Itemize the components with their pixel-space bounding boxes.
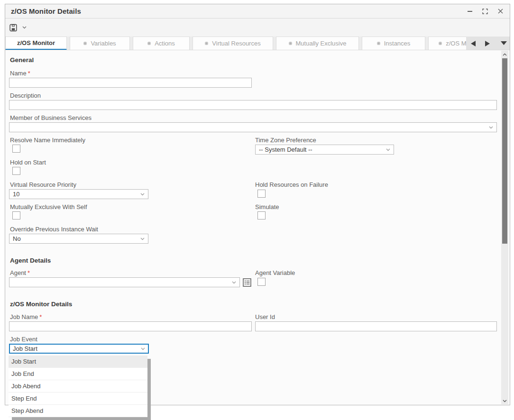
tab-label: z/OS Monitor	[17, 39, 55, 46]
zos-monitor-details-window: z/OS Monitor Details	[5, 4, 510, 405]
mutually-exclusive-with-self-checkbox[interactable]	[12, 211, 20, 219]
save-icon	[9, 24, 17, 32]
triangle-down-icon	[501, 41, 507, 45]
name-input[interactable]	[9, 78, 252, 88]
tab-label: Mutually Exclusive	[296, 40, 347, 47]
tab-mutually-exclusive[interactable]: Mutually Exclusive	[276, 37, 359, 50]
triangle-left-icon	[471, 41, 476, 46]
chevron-down-icon	[503, 400, 507, 402]
dropdown-option-job-end[interactable]: Job End	[9, 368, 147, 380]
chevron-down-icon	[140, 237, 145, 240]
screen: z/OS Monitor Details	[0, 0, 514, 420]
tab-status-dot-icon	[439, 42, 442, 45]
tab-actions[interactable]: Actions	[133, 37, 190, 50]
dropdown-option-job-start[interactable]: Job Start	[9, 356, 147, 368]
description-input[interactable]	[9, 100, 497, 110]
window-title: z/OS Monitor Details	[11, 7, 81, 15]
override-previous-instance-wait-combobox[interactable]: No	[9, 234, 148, 244]
triangle-right-icon	[485, 41, 490, 46]
tab-scroll-right-button[interactable]	[480, 41, 495, 46]
chevron-up-icon	[503, 53, 507, 56]
resolve-name-immediately-label: Resolve Name Immediately	[10, 137, 85, 144]
tab-label: Instances	[384, 40, 411, 47]
agent-browse-button[interactable]	[243, 278, 251, 287]
title-bar: z/OS Monitor Details	[5, 4, 510, 18]
job-name-input[interactable]	[9, 321, 252, 331]
maximize-button[interactable]	[481, 8, 489, 15]
agent-combobox[interactable]	[9, 277, 240, 287]
virtual-resource-priority-combobox[interactable]: 10	[9, 189, 148, 199]
job-event-dropdown-list: Job Start Job End Job Abend Step End Ste…	[9, 356, 147, 417]
hold-resources-on-failure-checkbox[interactable]	[257, 190, 266, 198]
section-zos-monitor-details: z/OS Monitor Details	[10, 301, 72, 308]
resolve-name-immediately-checkbox[interactable]	[12, 145, 20, 153]
user-id-input[interactable]	[255, 321, 497, 331]
maximize-icon	[482, 9, 488, 14]
chevron-down-icon	[141, 347, 145, 350]
chevron-down-icon	[232, 281, 236, 284]
time-zone-preference-label: Time Zone Preference	[255, 137, 316, 144]
hold-resources-on-failure-label: Hold Resources on Failure	[255, 181, 328, 188]
tab-zos-monitor[interactable]: z/OS Monitor	[5, 37, 67, 50]
name-label: Name*	[10, 70, 30, 77]
section-general: General	[10, 56, 34, 64]
toolbar	[5, 18, 510, 37]
tab-overflow-button[interactable]	[497, 41, 510, 46]
combo-value: 10	[13, 191, 19, 198]
agent-label: Agent*	[10, 269, 30, 276]
tab-status-dot-icon	[205, 42, 208, 45]
tab-status-dot-icon	[147, 42, 151, 45]
dropdown-option-step-abend[interactable]: Step Abend	[9, 405, 147, 417]
vertical-scrollbar[interactable]	[501, 51, 508, 404]
tab-label: Actions	[155, 40, 175, 47]
member-of-business-services-label: Member of Business Services	[10, 114, 92, 121]
hold-on-start-checkbox[interactable]	[12, 167, 20, 175]
save-menu-button[interactable]	[20, 24, 28, 31]
tab-variables[interactable]: Variables	[70, 37, 130, 50]
user-id-label: User Id	[255, 313, 275, 320]
mutually-exclusive-with-self-label: Mutually Exclusive With Self	[10, 203, 87, 210]
tab-status-dot-icon	[289, 42, 292, 45]
close-button[interactable]	[496, 8, 504, 15]
job-name-label: Job Name*	[10, 313, 42, 320]
record-list-icon	[243, 278, 251, 287]
minimize-icon	[468, 11, 472, 12]
chevron-down-icon	[386, 148, 390, 151]
member-of-business-services-combobox[interactable]	[9, 122, 497, 132]
tab-label: Virtual Resources	[212, 40, 260, 47]
window-controls	[466, 8, 504, 15]
combo-value: No	[13, 235, 21, 242]
scroll-up-button[interactable]	[501, 51, 508, 58]
tab-instances[interactable]: Instances	[362, 37, 425, 50]
simulate-label: Simulate	[255, 203, 279, 210]
scrollbar-thumb[interactable]	[502, 58, 507, 244]
tabs: z/OS Monitor Variables Actions Virtual R…	[5, 37, 510, 50]
override-previous-instance-wait-label: Override Previous Instance Wait	[10, 226, 98, 233]
tab-scroll-left-button[interactable]	[466, 41, 480, 46]
chevron-down-icon	[22, 26, 27, 29]
hold-on-start-label: Hold on Start	[10, 159, 46, 166]
minimize-button[interactable]	[466, 8, 474, 15]
tab-status-dot-icon	[377, 42, 380, 45]
virtual-resource-priority-label: Virtual Resource Priority	[10, 181, 76, 188]
dropdown-option-step-end[interactable]: Step End	[9, 393, 147, 405]
scroll-down-button[interactable]	[501, 397, 508, 404]
combo-value: -- System Default --	[259, 146, 312, 153]
job-event-combobox[interactable]: Job Start	[9, 344, 149, 354]
tab-strip: z/OS Monitor Variables Actions Virtual R…	[5, 37, 510, 50]
time-zone-preference-combobox[interactable]: -- System Default --	[255, 145, 394, 155]
agent-variable-label: Agent Variable	[255, 269, 295, 276]
tab-nav	[466, 37, 510, 50]
save-button[interactable]	[9, 24, 17, 31]
dropdown-option-job-abend[interactable]: Job Abend	[9, 380, 147, 393]
combo-value: Job Start	[13, 345, 37, 352]
required-asterisk: *	[28, 70, 30, 77]
tab-virtual-resources[interactable]: Virtual Resources	[193, 37, 273, 50]
job-event-label: Job Event	[10, 336, 37, 343]
agent-variable-checkbox[interactable]	[257, 278, 266, 286]
chevron-down-icon	[140, 193, 145, 196]
simulate-checkbox[interactable]	[257, 211, 266, 219]
tab-label: Variables	[91, 40, 116, 47]
description-label: Description	[10, 92, 41, 99]
close-icon	[498, 9, 503, 14]
